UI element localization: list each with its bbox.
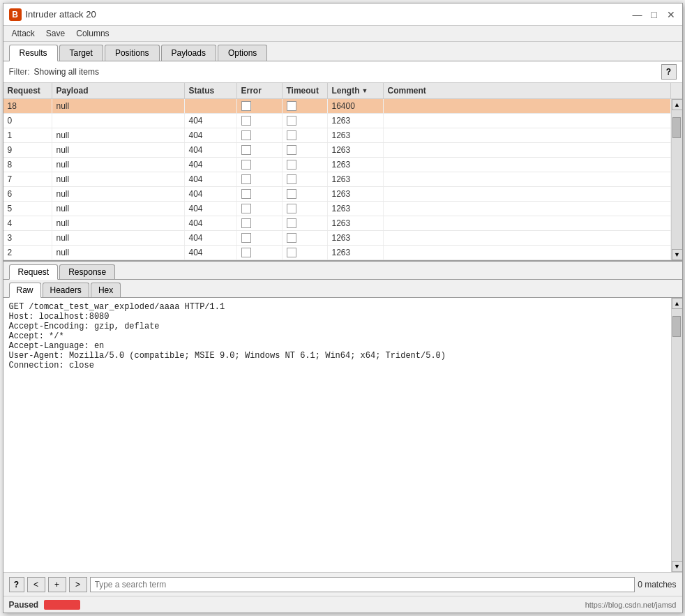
search-input[interactable]: [90, 577, 635, 592]
scroll-thumb[interactable]: [672, 117, 681, 138]
cell-status: 404: [185, 172, 237, 186]
table-row[interactable]: 4 null 404 1263: [3, 216, 671, 231]
cell-comment: [384, 99, 671, 113]
timeout-checkbox[interactable]: [287, 218, 296, 228]
error-checkbox[interactable]: [241, 160, 251, 170]
table-row[interactable]: 8 null 404 1263: [3, 158, 671, 172]
col-header-length[interactable]: Length ▼: [328, 83, 384, 98]
menu-save[interactable]: Save: [40, 27, 70, 40]
timeout-checkbox[interactable]: [287, 248, 296, 257]
sub-tab-response[interactable]: Response: [59, 264, 115, 279]
menu-columns[interactable]: Columns: [70, 27, 114, 40]
error-checkbox[interactable]: [241, 189, 251, 199]
cell-request: 2: [3, 246, 52, 260]
col-header-status[interactable]: Status: [185, 83, 237, 98]
cell-error: [237, 128, 283, 142]
sub-tab-request[interactable]: Request: [9, 264, 59, 280]
cell-length: 1263: [328, 114, 384, 128]
col-header-payload[interactable]: Payload: [52, 83, 185, 98]
cell-payload: null: [52, 99, 185, 113]
cell-payload: null: [52, 246, 185, 260]
timeout-checkbox[interactable]: [287, 145, 296, 155]
nav-add-button[interactable]: +: [48, 577, 66, 592]
timeout-checkbox[interactable]: [287, 204, 296, 213]
cell-error: [237, 231, 283, 245]
menu-attack[interactable]: Attack: [6, 27, 40, 40]
table-row[interactable]: 18 null 16400: [3, 99, 671, 114]
content-scroll-down[interactable]: ▼: [672, 561, 682, 572]
cell-comment: [384, 202, 671, 216]
filter-help-button[interactable]: ?: [661, 64, 677, 80]
cell-request: 9: [3, 143, 52, 157]
cell-payload: null: [52, 202, 185, 216]
error-checkbox[interactable]: [241, 218, 251, 228]
error-checkbox[interactable]: [241, 130, 251, 140]
cell-comment: [384, 114, 671, 128]
content-scroll-thumb[interactable]: [672, 316, 681, 337]
cell-request: 6: [3, 187, 52, 201]
nav-next-button[interactable]: >: [69, 577, 87, 592]
error-checkbox[interactable]: [241, 174, 251, 184]
table-row[interactable]: 2 null 404 1263: [3, 246, 671, 260]
timeout-checkbox[interactable]: [287, 189, 296, 199]
request-tabs-bar: Raw Headers Hex: [3, 280, 682, 298]
table-scrollbar[interactable]: ▲ ▼: [671, 99, 682, 260]
col-header-comment[interactable]: Comment: [384, 83, 671, 98]
minimize-button[interactable]: ―: [632, 9, 643, 20]
tab-target[interactable]: Target: [59, 45, 103, 61]
tab-positions[interactable]: Positions: [105, 45, 160, 61]
col-header-error[interactable]: Error: [237, 83, 283, 98]
timeout-checkbox[interactable]: [287, 160, 296, 170]
request-text[interactable]: GET /tomcat_test_war_exploded/aaaa HTTP/…: [3, 298, 671, 572]
close-button[interactable]: ✕: [665, 9, 677, 20]
cell-timeout: [283, 231, 328, 245]
error-checkbox[interactable]: [241, 233, 251, 243]
table-row[interactable]: 7 null 404 1263: [3, 172, 671, 187]
content-scroll-up[interactable]: ▲: [672, 298, 682, 309]
timeout-checkbox[interactable]: [287, 116, 296, 126]
cell-length: 16400: [328, 99, 384, 113]
timeout-checkbox[interactable]: [287, 101, 296, 111]
scroll-up-arrow[interactable]: ▲: [672, 99, 682, 110]
table-row[interactable]: 1 null 404 1263: [3, 128, 671, 143]
cell-error: [237, 99, 283, 113]
cell-status: 404: [185, 216, 237, 230]
timeout-checkbox[interactable]: [287, 233, 296, 243]
title-bar: B Intruder attack 20 ― □ ✕: [3, 3, 682, 26]
cell-status: [185, 99, 237, 113]
bottom-help-button[interactable]: ?: [9, 577, 24, 592]
tab-options[interactable]: Options: [218, 45, 267, 61]
cell-payload: [52, 114, 185, 128]
nav-prev-button[interactable]: <: [27, 577, 45, 592]
table-row[interactable]: 3 null 404 1263: [3, 231, 671, 246]
table-row[interactable]: 0 404 1263: [3, 114, 671, 128]
error-checkbox[interactable]: [241, 248, 251, 257]
error-checkbox[interactable]: [241, 116, 251, 126]
request-tab-headers[interactable]: Headers: [43, 283, 89, 297]
app-icon: B: [9, 8, 22, 21]
filter-label: Filter:: [9, 67, 30, 77]
request-tab-hex[interactable]: Hex: [91, 283, 121, 297]
content-scrollbar[interactable]: ▲ ▼: [671, 298, 682, 572]
table-row[interactable]: 9 null 404 1263: [3, 143, 671, 158]
content-scroll-track: [672, 309, 682, 561]
maximize-button[interactable]: □: [649, 9, 660, 20]
window-title: Intruder attack 20: [26, 9, 96, 20]
error-checkbox[interactable]: [241, 101, 251, 111]
error-checkbox[interactable]: [241, 204, 251, 213]
error-checkbox[interactable]: [241, 145, 251, 155]
table-row[interactable]: 5 null 404 1263: [3, 202, 671, 216]
cell-comment: [384, 158, 671, 172]
table-header: Request Payload Status Error Timeout Len…: [3, 83, 682, 99]
col-header-timeout[interactable]: Timeout: [283, 83, 328, 98]
scroll-down-arrow[interactable]: ▼: [672, 249, 682, 260]
tab-results[interactable]: Results: [9, 45, 58, 61]
tab-payloads[interactable]: Payloads: [161, 45, 216, 61]
cell-error: [237, 246, 283, 260]
timeout-checkbox[interactable]: [287, 174, 296, 184]
request-tab-raw[interactable]: Raw: [9, 283, 41, 298]
timeout-checkbox[interactable]: [287, 130, 296, 140]
col-header-request[interactable]: Request: [3, 83, 52, 98]
main-window: B Intruder attack 20 ― □ ✕ Attack Save C…: [3, 3, 683, 613]
table-row[interactable]: 6 null 404 1263: [3, 187, 671, 202]
